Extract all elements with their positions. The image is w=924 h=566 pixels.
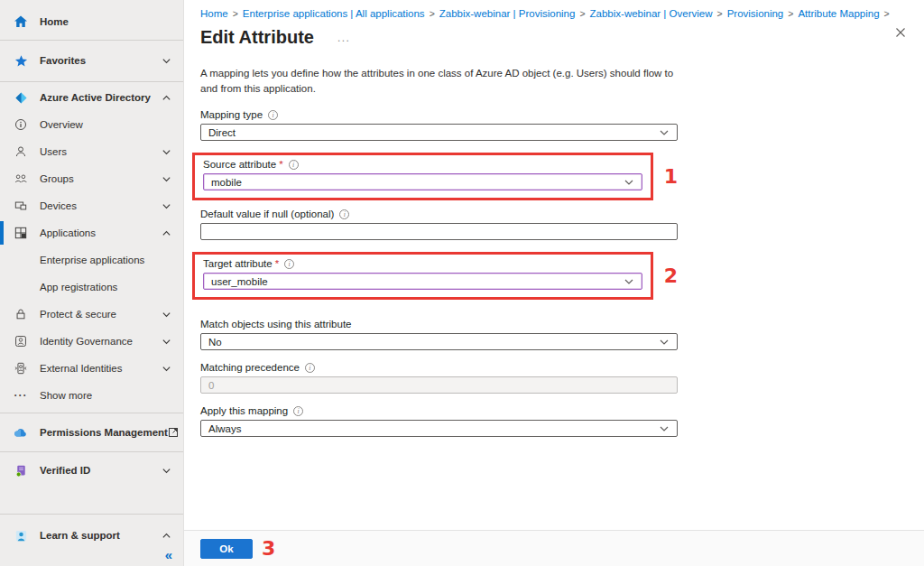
mapping-type-select[interactable]: Direct xyxy=(200,124,678,141)
identity-governance-icon xyxy=(14,334,28,348)
sidebar-item-devices[interactable]: Devices xyxy=(0,192,183,219)
field-label: Source attribute xyxy=(203,159,276,170)
chevron-down-icon xyxy=(162,56,171,66)
verified-id-icon xyxy=(14,463,28,478)
sidebar-item-show-more[interactable]: ··· Show more xyxy=(0,382,183,409)
info-icon: i xyxy=(305,363,315,373)
select-value: user_mobile xyxy=(211,276,268,287)
field-match-objects: Match objects using this attribute No xyxy=(200,319,678,350)
lock-icon xyxy=(14,307,28,321)
breadcrumb-link-enterprise-applications[interactable]: Enterprise applications | All applicatio… xyxy=(243,8,425,19)
breadcrumb-link-home[interactable]: Home xyxy=(200,8,228,19)
sidebar-item-azure-active-directory[interactable]: Azure Active Directory xyxy=(0,84,183,111)
sidebar-item-label: App registrations xyxy=(40,282,117,292)
breadcrumb-separator: > xyxy=(716,8,722,19)
chevron-down-icon xyxy=(624,276,634,287)
source-attribute-select[interactable]: mobile xyxy=(203,173,642,190)
divider xyxy=(0,514,183,515)
breadcrumb-separator: > xyxy=(430,8,435,19)
input-value: 0 xyxy=(208,380,214,391)
sidebar-item-identity-governance[interactable]: Identity Governance xyxy=(0,328,183,355)
sidebar-item-groups[interactable]: Groups xyxy=(0,165,183,192)
sidebar-item-app-registrations[interactable]: App registrations xyxy=(0,274,183,301)
chevron-down-icon xyxy=(659,337,670,348)
annotated-source-attribute: Source attribute * i mobile 1 xyxy=(192,153,678,200)
sidebar-item-label: Devices xyxy=(40,200,77,211)
chevron-up-icon xyxy=(162,228,171,238)
sidebar-item-label: Home xyxy=(40,16,69,27)
breadcrumb-link-zabbix-provisioning[interactable]: Zabbix-webinar | Provisioning xyxy=(439,8,576,19)
sidebar-item-label: External Identities xyxy=(40,363,122,374)
panel-description: A mapping lets you define how the attrib… xyxy=(200,66,677,96)
sidebar-collapse-button[interactable]: « xyxy=(162,545,176,564)
apply-mapping-select[interactable]: Always xyxy=(200,420,678,437)
sidebar-item-label: Overview xyxy=(40,119,83,130)
select-value: No xyxy=(208,337,222,348)
chevron-down-icon xyxy=(659,423,670,434)
chevron-down-icon xyxy=(162,147,171,157)
breadcrumb-link-attribute-mapping[interactable]: Attribute Mapping xyxy=(798,8,879,19)
chevron-down-icon xyxy=(162,174,171,184)
breadcrumb: Home>Enterprise applications | All appli… xyxy=(184,0,924,19)
sidebar-item-users[interactable]: Users xyxy=(0,138,183,165)
external-link-icon xyxy=(168,427,179,438)
chevron-down-icon xyxy=(162,364,171,374)
annotated-target-attribute: Target attribute * i user_mobile 2 xyxy=(192,252,678,300)
matching-precedence-input: 0 xyxy=(200,376,678,394)
ok-button[interactable]: Ok xyxy=(200,539,253,559)
annotation-box-1: Source attribute * i mobile xyxy=(192,153,653,200)
info-icon: i xyxy=(339,209,349,219)
sidebar-item-favorites[interactable]: Favorites xyxy=(0,47,183,74)
field-label: Matching precedence xyxy=(200,362,300,373)
sidebar-item-learn-and-support[interactable]: Learn & support xyxy=(0,522,183,549)
info-icon: i xyxy=(289,160,299,170)
external-identities-icon xyxy=(14,361,28,376)
field-default-value: Default value if null (optional) i xyxy=(200,209,678,240)
close-icon[interactable] xyxy=(895,27,906,38)
sidebar-item-external-identities[interactable]: External Identities xyxy=(0,355,183,382)
sidebar-item-permissions-management[interactable]: Permissions Management xyxy=(0,419,183,446)
match-objects-select[interactable]: No xyxy=(200,333,678,350)
annotation-number-1: 1 xyxy=(664,165,678,188)
sidebar-item-enterprise-applications[interactable]: Enterprise applications xyxy=(0,246,183,274)
breadcrumb-separator: > xyxy=(233,8,238,19)
chevron-down-icon xyxy=(162,201,171,211)
sidebar-item-overview[interactable]: Overview xyxy=(0,111,183,138)
sidebar-item-label: Favorites xyxy=(40,55,86,66)
sidebar-item-home[interactable]: Home xyxy=(0,8,183,35)
chevron-up-icon xyxy=(162,93,171,103)
divider xyxy=(0,413,183,413)
info-circle-icon xyxy=(14,117,28,132)
groups-icon xyxy=(14,172,28,186)
learn-support-icon xyxy=(14,528,28,543)
sidebar-item-applications[interactable]: Applications xyxy=(0,219,183,246)
default-value-input[interactable] xyxy=(200,223,678,240)
field-label: Mapping type xyxy=(200,109,263,120)
breadcrumb-link-provisioning[interactable]: Provisioning xyxy=(727,8,784,19)
breadcrumb-separator: > xyxy=(884,8,890,19)
select-value: Always xyxy=(208,423,241,434)
divider xyxy=(0,40,183,41)
field-mapping-type: Mapping type i Direct xyxy=(200,109,678,141)
info-icon: i xyxy=(293,406,303,416)
info-icon: i xyxy=(284,259,294,269)
chevron-down-icon xyxy=(162,337,171,347)
sidebar-item-label: Verified ID xyxy=(40,465,90,476)
cloud-icon xyxy=(14,425,28,440)
field-matching-precedence: Matching precedence i 0 xyxy=(200,362,678,394)
target-attribute-select[interactable]: user_mobile xyxy=(203,273,642,290)
breadcrumb-link-zabbix-overview[interactable]: Zabbix-webinar | Overview xyxy=(590,8,713,19)
more-menu-icon[interactable]: ... xyxy=(337,32,351,44)
field-label: Target attribute xyxy=(203,258,273,269)
devices-icon xyxy=(14,199,28,213)
sidebar-item-protect-and-secure[interactable]: Protect & secure xyxy=(0,301,183,328)
edit-attribute-panel: Home>Enterprise applications | All appli… xyxy=(184,0,924,530)
home-icon xyxy=(14,14,28,29)
chevron-down-icon xyxy=(162,310,171,320)
annotation-number-3: 3 xyxy=(262,537,275,560)
annotation-number-2: 2 xyxy=(664,264,678,287)
sidebar-item-verified-id[interactable]: Verified ID xyxy=(0,457,183,484)
sidebar: Home Favorites Azure Active Directory Ov… xyxy=(0,0,184,566)
sidebar-item-label: Protect & secure xyxy=(40,309,116,320)
annotation-box-2: Target attribute * i user_mobile xyxy=(192,252,653,300)
